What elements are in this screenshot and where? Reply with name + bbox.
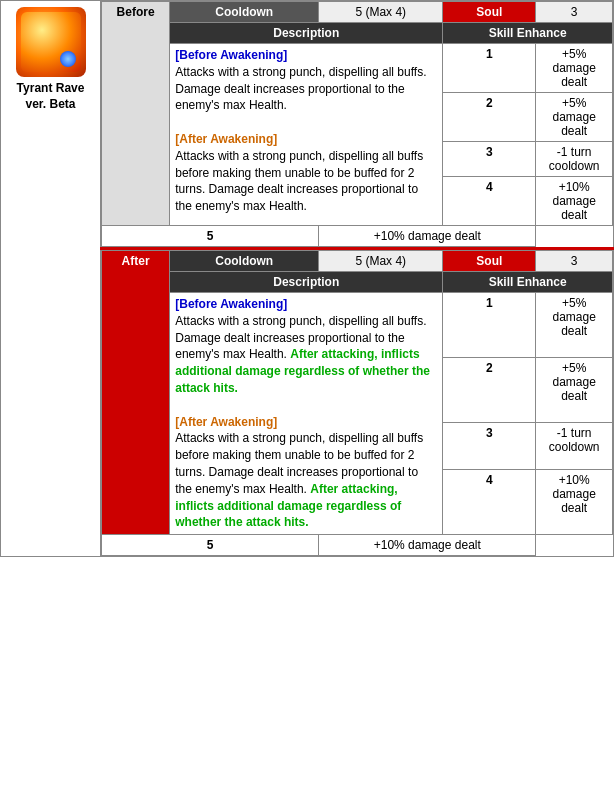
after-cooldown-value: 5 (Max 4) [319, 251, 443, 272]
before-enhance-num-3: 3 [443, 142, 536, 177]
after-section: After Cooldown 5 (Max 4) Soul 3 Descript… [101, 249, 614, 557]
after-enhance-text-4: +10% damage dealt [536, 469, 613, 534]
before-skill-enhance-header: Skill Enhance [443, 23, 613, 44]
after-desc-header: Description [170, 272, 443, 293]
after-enhance-num-5: 5 [102, 535, 319, 556]
after-cooldown-label: Cooldown [170, 251, 319, 272]
after-enhance-text-1: +5% damage dealt [536, 293, 613, 358]
after-enhance-num-3: 3 [443, 423, 536, 470]
before-header-row: Before Cooldown 5 (Max 4) Soul 3 [102, 2, 613, 23]
before-enhance-num-1: 1 [443, 44, 536, 93]
after-enhance-num-2: 2 [443, 358, 536, 423]
before-awakening-label: [Before Awakening] [175, 48, 287, 62]
before-desc-enhance-row: [Before Awakening] Attacks with a strong… [102, 44, 613, 93]
before-enhance-row-5: 5 +10% damage dealt [102, 226, 613, 247]
after-enhance-text-5: +10% damage dealt [319, 535, 536, 556]
after-enhance-num-1: 1 [443, 293, 536, 358]
after-desc-enhance-row: [Before Awakening] Attacks with a strong… [102, 293, 613, 358]
after-enhance-num-4: 4 [443, 469, 536, 534]
after-enhance-row-5: 5 +10% damage dealt [102, 535, 613, 556]
after-soul-label: Soul [443, 251, 536, 272]
main-table: Tyrant Rave ver. Beta Before Cooldown 5 … [0, 0, 614, 557]
before-after-awakening-text: Attacks with a strong punch, dispelling … [175, 149, 423, 213]
character-panel: Tyrant Rave ver. Beta [1, 1, 101, 557]
before-inner-table: Before Cooldown 5 (Max 4) Soul 3 Descrip… [101, 1, 613, 247]
after-after-awakening-label: [After Awakening] [175, 415, 277, 429]
before-enhance-text-5: +10% damage dealt [319, 226, 536, 247]
after-enhance-text-2: +5% damage dealt [536, 358, 613, 423]
before-enhance-num-2: 2 [443, 93, 536, 142]
character-icon [16, 7, 86, 77]
before-soul-value: 3 [536, 2, 613, 23]
after-skill-enhance-header: Skill Enhance [443, 272, 613, 293]
after-description-cell: [Before Awakening] Attacks with a strong… [170, 293, 443, 535]
before-enhance-num-5: 5 [102, 226, 319, 247]
before-desc-header: Description [170, 23, 443, 44]
before-description-cell: [Before Awakening] Attacks with a strong… [170, 44, 443, 226]
before-awakening-text: Attacks with a strong punch, dispelling … [175, 65, 426, 113]
before-soul-label: Soul [443, 2, 536, 23]
after-before-awakening-label: [Before Awakening] [175, 297, 287, 311]
before-enhance-num-4: 4 [443, 177, 536, 226]
character-name: Tyrant Rave ver. Beta [7, 81, 94, 112]
after-enhance-text-3: -1 turn cooldown [536, 423, 613, 470]
before-enhance-text-3: -1 turn cooldown [536, 142, 613, 177]
before-cooldown-label: Cooldown [170, 2, 319, 23]
before-enhance-text-2: +5% damage dealt [536, 93, 613, 142]
after-label: After [102, 251, 170, 535]
before-section: Before Cooldown 5 (Max 4) Soul 3 Descrip… [101, 1, 614, 249]
after-inner-table: After Cooldown 5 (Max 4) Soul 3 Descript… [101, 250, 613, 556]
before-enhance-text-1: +5% damage dealt [536, 44, 613, 93]
before-enhance-text-4: +10% damage dealt [536, 177, 613, 226]
after-header-row: After Cooldown 5 (Max 4) Soul 3 [102, 251, 613, 272]
before-label: Before [102, 2, 170, 226]
before-after-awakening-label: [After Awakening] [175, 132, 277, 146]
after-subheader-row: Description Skill Enhance [102, 272, 613, 293]
before-cooldown-value: 5 (Max 4) [319, 2, 443, 23]
after-soul-value: 3 [536, 251, 613, 272]
before-subheader-row: Description Skill Enhance [102, 23, 613, 44]
